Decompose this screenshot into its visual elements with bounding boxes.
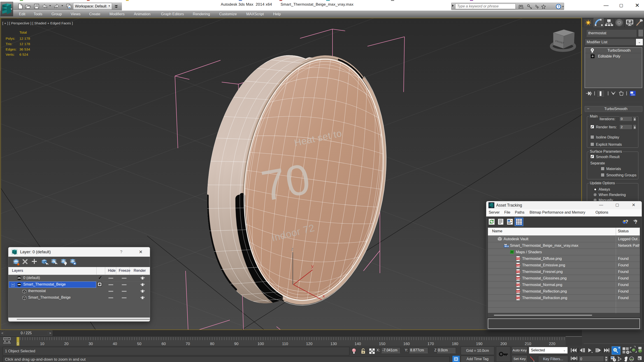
svg-text:x: x [322, 294, 325, 298]
svg-text:12 178: 12 178 [20, 36, 30, 40]
svg-text:Edges:: Edges: [6, 47, 16, 51]
svg-text:Tris:: Tris: [6, 42, 12, 46]
svg-text:0: 0 [580, 357, 582, 361]
svg-text:6 524: 6 524 [20, 52, 28, 56]
svg-text:36 534: 36 534 [20, 47, 30, 51]
svg-text:?: ? [557, 4, 559, 8]
svg-text:PNG: PNG [516, 277, 520, 280]
svg-text:Verts:: Verts: [6, 52, 15, 56]
svg-text:12 178: 12 178 [20, 42, 30, 46]
svg-text:?: ? [625, 219, 628, 224]
svg-text:[ + ] [ Perspective ] [ Shaded: [ + ] [ Perspective ] [ Shaded + Edged F… [2, 21, 73, 25]
svg-text:Total: Total [20, 30, 27, 34]
svg-text:PNG: PNG [516, 291, 520, 293]
svg-text:?: ? [634, 219, 637, 225]
svg-text:Polys:: Polys: [6, 36, 15, 40]
svg-text:z: z [291, 247, 294, 252]
svg-text:MAX: MAX [504, 245, 509, 247]
svg-text:PNG: PNG [516, 264, 520, 266]
svg-text:PNG: PNG [516, 258, 520, 260]
svg-text:PNG: PNG [516, 284, 520, 286]
svg-text:PNG: PNG [516, 271, 520, 273]
svg-text:70: 70 [258, 154, 314, 210]
svg-text:y: y [311, 264, 314, 269]
svg-text:PNG: PNG [516, 297, 520, 299]
